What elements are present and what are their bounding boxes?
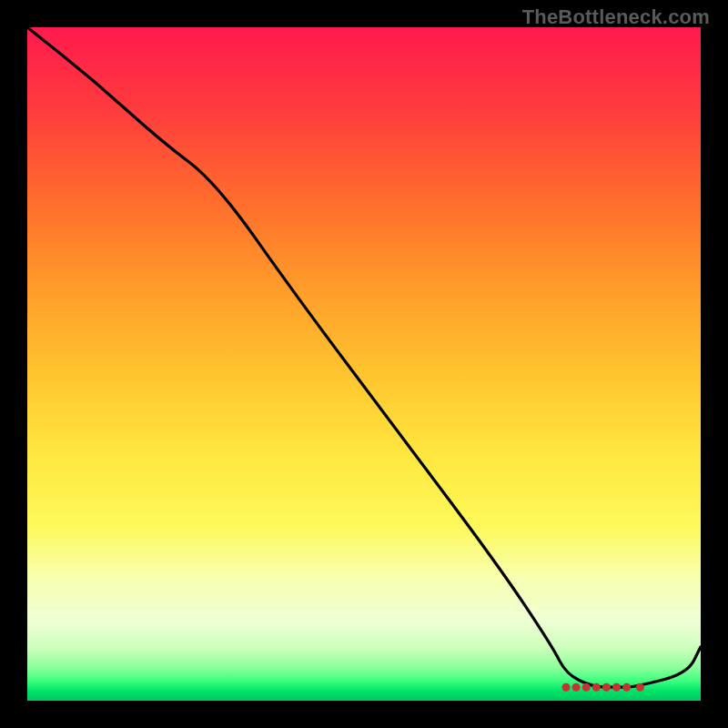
curve-layer — [27, 27, 701, 701]
optimal-marker — [592, 683, 601, 692]
optimal-marker — [612, 683, 621, 692]
plot-area — [27, 27, 701, 701]
optimal-marker — [602, 683, 611, 692]
optimal-marker — [622, 683, 631, 692]
chart-frame: TheBottleneck.com — [0, 0, 728, 728]
watermark-text: TheBottleneck.com — [522, 5, 710, 29]
bottleneck-curve — [27, 27, 701, 687]
optimal-marker — [582, 683, 591, 692]
optimal-marker — [636, 683, 644, 692]
optimal-marker — [572, 683, 581, 692]
optimal-marker — [562, 683, 571, 692]
